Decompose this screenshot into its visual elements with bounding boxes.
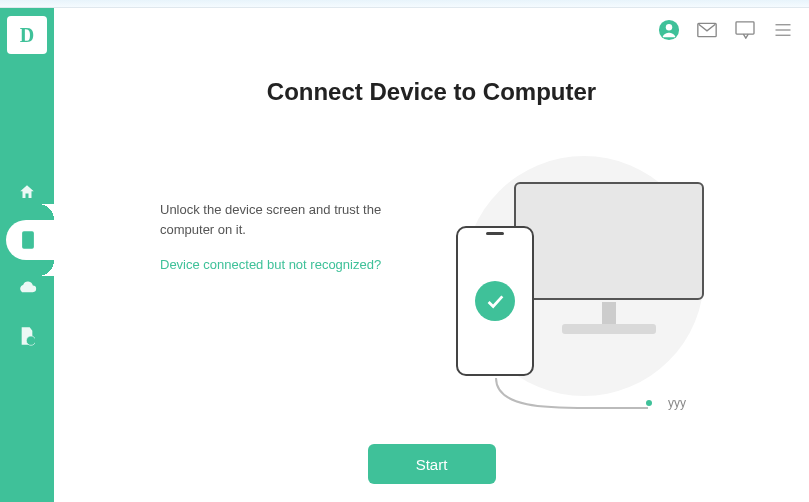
sidebar-item-file[interactable] (0, 316, 54, 356)
svg-rect-5 (736, 22, 754, 34)
feedback-button[interactable] (733, 18, 757, 42)
phone-icon (456, 226, 534, 376)
menu-icon (774, 23, 792, 37)
home-icon (18, 183, 36, 201)
status-dot-icon (646, 400, 652, 406)
sidebar-item-device[interactable] (6, 220, 54, 260)
monitor-icon (514, 182, 704, 300)
user-icon (658, 19, 680, 41)
cloud-icon (17, 280, 37, 296)
svg-rect-0 (22, 231, 34, 249)
status-label: yyy (668, 396, 686, 410)
instruction-text: Unlock the device screen and trust the c… (160, 200, 404, 239)
monitor-base (562, 324, 656, 334)
body-row: Unlock the device screen and trust the c… (84, 166, 779, 416)
illustration (424, 166, 779, 416)
monitor-neck (602, 302, 616, 326)
device-icon (20, 230, 36, 250)
topbar (54, 8, 809, 52)
file-transfer-icon (19, 326, 35, 346)
phone-notch (486, 232, 504, 235)
sidebar-item-cloud[interactable] (0, 268, 54, 308)
checkmark-icon (484, 290, 506, 312)
instruction-column: Unlock the device screen and trust the c… (84, 166, 404, 416)
content: Connect Device to Computer Unlock the de… (54, 52, 809, 502)
main-area: Connect Device to Computer Unlock the de… (54, 8, 809, 502)
app-logo: D (7, 16, 47, 54)
cable-icon (488, 378, 648, 418)
mail-button[interactable] (695, 18, 719, 42)
sidebar: D (0, 8, 54, 502)
app-frame: D Con (0, 8, 809, 502)
mail-icon (697, 22, 717, 38)
page-title: Connect Device to Computer (84, 78, 779, 106)
check-circle-icon (475, 281, 515, 321)
window-titlebar (0, 0, 809, 8)
svg-point-1 (26, 336, 35, 345)
comment-icon (735, 21, 755, 39)
user-button[interactable] (657, 18, 681, 42)
svg-point-3 (666, 24, 672, 30)
help-link[interactable]: Device connected but not recognized? (160, 257, 381, 272)
start-button[interactable]: Start (368, 444, 496, 484)
status-indicator: yyy (646, 396, 686, 410)
menu-button[interactable] (771, 18, 795, 42)
